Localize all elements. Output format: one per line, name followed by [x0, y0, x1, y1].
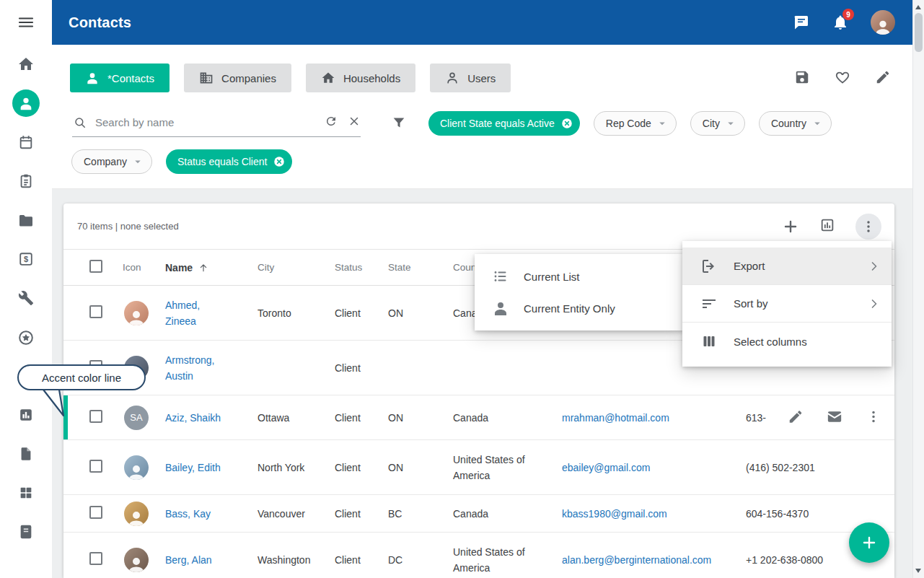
contact-name-link[interactable]: Aziz, Shaikh — [165, 410, 221, 426]
cell-city: Toronto — [258, 307, 335, 319]
scrollbar[interactable] — [912, 0, 924, 578]
edit-view-icon[interactable] — [875, 69, 891, 88]
tab-contacts[interactable]: *Contacts — [70, 64, 170, 92]
sort-ascending-icon[interactable] — [198, 262, 209, 273]
avatar — [124, 548, 149, 572]
export-submenu: Current List Current Entity Only — [475, 254, 683, 330]
sidebar-item-contacts[interactable] — [12, 89, 40, 117]
filter-chip-company[interactable]: Company — [71, 149, 152, 174]
menu-item-label: Select columns — [734, 336, 807, 348]
chevron-right-icon — [867, 259, 881, 273]
contact-name-link[interactable]: Bailey, Edith — [165, 460, 221, 476]
chip-label: Status equals Client — [177, 156, 268, 167]
remove-filter-icon[interactable] — [560, 117, 573, 130]
filter-chip-country[interactable]: Country — [759, 111, 832, 136]
menu-item-current-list[interactable]: Current List — [475, 260, 683, 292]
edit-contact-icon[interactable] — [788, 408, 804, 426]
row-checkbox[interactable] — [89, 305, 102, 318]
search-field — [72, 108, 361, 137]
sidebar-item-apps[interactable] — [18, 485, 34, 504]
scrollbar-thumb[interactable] — [915, 13, 923, 52]
cell-state: BC — [388, 508, 453, 520]
row-more-icon[interactable] — [866, 408, 881, 426]
sort-icon — [700, 295, 718, 312]
menu-item-export[interactable]: Export — [682, 248, 892, 285]
email-link[interactable]: ebailey@gmail.com — [562, 462, 650, 473]
sidebar-item-home[interactable] — [17, 56, 35, 73]
sidebar-item-calendar[interactable] — [18, 134, 34, 153]
clear-search-icon[interactable] — [348, 115, 361, 131]
sidebar — [0, 0, 52, 578]
refresh-icon[interactable] — [325, 115, 338, 131]
sidebar-item-directory[interactable] — [18, 524, 34, 543]
contact-name-link[interactable]: Berg, Alan — [165, 552, 212, 568]
chip-label: Client State equals Active — [440, 118, 555, 129]
contact-name-link[interactable]: Bass, Kay — [165, 506, 211, 522]
sidebar-item-reports[interactable] — [18, 407, 34, 426]
select-all-checkbox[interactable] — [89, 260, 102, 273]
filter-chip-status[interactable]: Status equals Client — [166, 149, 293, 174]
send-email-icon[interactable] — [827, 408, 842, 426]
annotation-text: Accent color line — [42, 372, 121, 384]
sidebar-item-folders[interactable] — [17, 212, 35, 229]
table-row[interactable]: Bailey, Edith North York Client ON Unite… — [63, 440, 894, 495]
remove-filter-icon[interactable] — [273, 155, 286, 168]
contact-name-link[interactable]: Armstrong, Austin — [165, 352, 232, 384]
menu-icon[interactable] — [17, 14, 35, 31]
menu-item-sort-by[interactable]: Sort by — [682, 285, 892, 323]
user-avatar[interactable] — [871, 10, 895, 35]
add-contact-fab[interactable] — [849, 522, 889, 563]
column-header-city[interactable]: City — [258, 262, 335, 273]
table-row-highlighted[interactable]: SA Aziz, Shaikh Ottawa Client ON Canada … — [63, 395, 894, 440]
table-row[interactable]: Berg, Alan Washington Client DC United S… — [63, 533, 894, 578]
column-header-name[interactable]: Name — [165, 262, 258, 273]
save-view-icon[interactable] — [794, 69, 810, 88]
star-icon — [17, 329, 35, 346]
filter-chip-city[interactable]: City — [690, 111, 745, 136]
tab-companies[interactable]: Companies — [184, 64, 291, 92]
scroll-down-arrow[interactable] — [915, 569, 921, 573]
menu-item-select-columns[interactable]: Select columns — [682, 323, 892, 360]
scroll-up-arrow[interactable] — [915, 5, 921, 9]
user-outline-icon — [445, 71, 459, 85]
notifications-bell-icon[interactable]: 9 — [832, 14, 849, 31]
filter-chip-rep-code[interactable]: Rep Code — [594, 111, 677, 136]
sidebar-item-documents[interactable] — [18, 446, 34, 465]
favorite-icon[interactable] — [835, 69, 850, 88]
email-link[interactable]: alan.berg@berginternational.com — [562, 554, 711, 566]
row-checkbox[interactable] — [89, 552, 102, 565]
contact-name-link[interactable]: Ahmed, Zineea — [165, 297, 232, 329]
sidebar-item-tools[interactable] — [18, 290, 34, 309]
chat-icon[interactable] — [793, 14, 810, 31]
email-link[interactable]: kbass1980@gmail.com — [562, 508, 667, 520]
cell-status: Client — [335, 508, 388, 520]
cell-state: ON — [388, 462, 453, 473]
row-checkbox[interactable] — [89, 410, 102, 423]
add-icon[interactable] — [782, 218, 799, 235]
filter-icon[interactable] — [391, 115, 407, 133]
filter-chip-client-state[interactable]: Client State equals Active — [428, 111, 580, 136]
column-header-status[interactable]: Status — [335, 262, 388, 273]
sidebar-item-rewards[interactable] — [17, 329, 35, 346]
row-checkbox[interactable] — [89, 506, 102, 519]
email-link[interactable]: mrahman@hotmail.com — [562, 412, 669, 424]
entity-tabs: *Contacts Companies Households Users — [70, 64, 511, 92]
tab-users[interactable]: Users — [430, 64, 511, 92]
menu-item-label: Export — [734, 260, 765, 272]
chart-view-icon[interactable] — [819, 217, 835, 236]
table-row[interactable]: Bass, Kay Vancouver Client BC Canada kba… — [63, 495, 894, 533]
search-input[interactable] — [95, 116, 314, 128]
more-options-icon[interactable] — [855, 214, 881, 240]
chart-icon — [18, 407, 34, 423]
sidebar-item-billing[interactable] — [18, 251, 34, 270]
avatar — [124, 455, 149, 480]
menu-item-label: Current List — [524, 271, 580, 283]
sidebar-item-tasks[interactable] — [18, 173, 34, 192]
row-checkbox[interactable] — [89, 460, 102, 473]
callout-tail — [38, 388, 78, 421]
column-header-state[interactable]: State — [388, 262, 453, 273]
page-title: Contacts — [69, 14, 131, 31]
menu-item-current-entity-only[interactable]: Current Entity Only — [475, 292, 683, 324]
chevron-down-icon — [724, 117, 737, 130]
tab-households[interactable]: Households — [306, 64, 415, 92]
